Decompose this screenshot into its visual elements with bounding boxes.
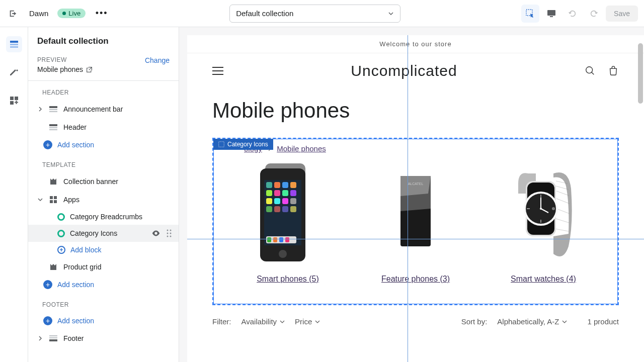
menu-button[interactable] [212,67,223,75]
product-count: 1 product [587,317,619,326]
exit-button[interactable] [6,7,20,21]
save-button[interactable]: Save [606,6,638,22]
visibility-icon[interactable] [151,229,160,238]
block-tag: Category Icons [213,139,273,150]
add-section-footer[interactable]: + Add section [28,312,179,329]
svg-rect-17 [50,200,53,203]
inspector-button[interactable] [521,5,539,23]
template-selector[interactable]: Default collection [229,5,400,23]
svg-rect-25 [49,339,57,341]
svg-point-33 [279,250,287,258]
template-selector-label: Default collection [236,9,293,18]
caret-right-icon [38,336,42,341]
svg-text:ALCATEL: ALCATEL [408,182,424,186]
svg-point-28 [586,67,593,73]
category-item[interactable]: ALCATEL Feature phones (3) [358,161,473,284]
sections-rail-button[interactable] [6,36,22,52]
svg-rect-9 [49,106,57,108]
app-block-icon [57,230,65,237]
add-section-header[interactable]: + Add section [28,136,179,153]
category-image: ALCATEL [365,161,466,266]
svg-rect-3 [10,41,18,43]
sort-dropdown[interactable]: Alphabetically, A-Z [497,317,567,326]
svg-rect-8 [10,101,14,105]
category-link[interactable]: Feature phones (3) [381,275,450,284]
tree-item-category-icons[interactable]: Category Icons [28,225,179,242]
add-block[interactable]: + Add block [28,242,179,258]
plus-icon: + [43,140,52,149]
search-icon[interactable] [585,65,596,76]
chevron-down-icon [562,320,567,324]
svg-rect-4 [10,44,18,45]
category-item[interactable]: Smart phones (5) [230,161,346,284]
svg-rect-14 [49,129,57,130]
app-block-selection[interactable]: Category Icons Technology › Mobile phone… [212,138,619,305]
undo-button[interactable] [564,5,582,23]
svg-rect-53 [279,237,283,242]
scrollbar[interactable] [638,43,643,104]
svg-rect-7 [15,97,18,100]
svg-rect-35 [274,182,280,188]
svg-rect-16 [54,196,57,199]
tree-item-collection-banner[interactable]: Collection banner [28,172,179,191]
drag-handle-icon[interactable] [166,229,173,238]
top-bar: Dawn Live ••• Default collection Save [0,0,644,27]
apps-rail-button[interactable] [6,93,22,109]
plus-icon: + [43,316,52,325]
section-icon [48,104,58,114]
chevron-down-icon [315,320,320,324]
svg-rect-51 [267,237,271,242]
app-block-icon [57,213,65,221]
tree-item-category-breadcrumbs[interactable]: Category Breadcrumbs [28,209,179,225]
preview-label: PREVIEW [37,56,93,63]
collection-title: Mobile phones [187,88,644,138]
category-item[interactable]: Smart watches (4) [486,161,601,284]
plus-icon: + [43,280,52,289]
theme-settings-rail-button[interactable] [6,64,22,80]
tree-item-announcement-bar[interactable]: Announcement bar [28,100,179,118]
announcement-bar: Welcome to our store [187,35,644,53]
desktop-view-button[interactable] [542,5,560,23]
svg-rect-5 [10,46,18,48]
svg-rect-48 [282,206,288,212]
svg-line-64 [556,219,569,223]
group-header: HEADER [28,81,179,100]
cart-icon[interactable] [608,65,619,76]
svg-rect-46 [266,206,272,212]
svg-rect-42 [266,198,272,204]
svg-point-19 [167,230,169,231]
change-preview-link[interactable]: Change [145,56,170,64]
filter-price[interactable]: Price [295,317,320,326]
svg-rect-47 [274,206,280,212]
breadcrumb-link[interactable]: Mobile phones [277,144,326,153]
filter-bar: Filter: Availability Price Sort by: Alph… [187,305,644,326]
svg-rect-49 [290,206,296,212]
svg-rect-37 [290,182,296,188]
tree-item-footer[interactable]: Footer [28,329,179,347]
svg-point-76 [540,208,542,210]
section-icon [48,122,58,132]
group-template: TEMPLATE [28,153,179,172]
caret-down-icon [38,198,43,202]
filter-availability[interactable]: Availability [242,317,285,326]
svg-rect-34 [266,182,272,188]
chevron-down-icon [280,320,285,324]
add-section-template[interactable]: + Add section [28,276,179,293]
more-button[interactable]: ••• [95,7,109,21]
svg-line-62 [556,199,570,204]
tree-item-product-grid[interactable]: Product grid [28,258,179,276]
category-link[interactable]: Smart watches (4) [511,275,576,284]
svg-rect-27 [49,337,57,338]
redo-button[interactable] [585,5,603,23]
sidebar: Default collection PREVIEW Mobile phones… [28,27,179,362]
chevron-down-icon [388,11,394,17]
tree-item-header[interactable]: Header [28,118,179,136]
svg-rect-10 [49,109,57,110]
category-link[interactable]: Smart phones (5) [257,275,319,284]
section-icon [48,333,58,343]
live-badge: Live [57,9,86,18]
sidebar-title: Default collection [37,36,170,46]
preview-value[interactable]: Mobile phones [37,65,93,73]
tree-item-apps[interactable]: Apps [28,191,179,209]
svg-rect-40 [282,190,288,196]
